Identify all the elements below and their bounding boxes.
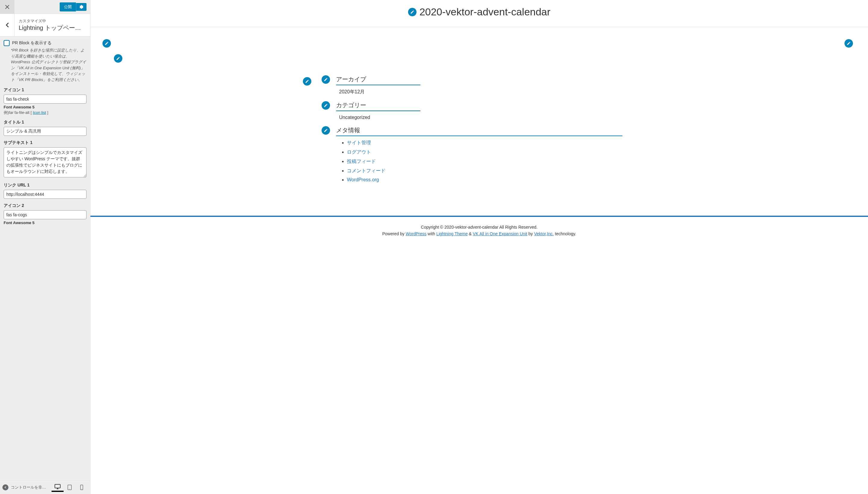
title1-input[interactable] — [4, 127, 87, 136]
publish-settings-button[interactable] — [76, 3, 87, 11]
footer-powered: Powered by WordPress with Lightning Them… — [96, 231, 862, 236]
list-item: WordPress.org — [347, 177, 622, 183]
collapse-label: コントロールを非表示 — [11, 484, 49, 490]
tablet-icon — [68, 484, 72, 490]
device-tablet-button[interactable] — [63, 483, 76, 492]
customizer-sidebar: 公開 カスタマイズ中 Lightning トップページ... PR Block … — [0, 0, 90, 494]
close-icon — [5, 4, 10, 10]
site-title[interactable]: 2020-vektor-advent-calendar — [420, 6, 551, 18]
meta-link[interactable]: コメントフィード — [347, 168, 386, 173]
sidebar-scroll-area[interactable]: PR Block を表示する *PR Block を好きな場所に設定したり、より… — [0, 36, 90, 494]
icon-list-link[interactable]: Icon list — [33, 110, 46, 115]
meta-link[interactable]: 投稿フィード — [347, 159, 376, 164]
sidebar-footer: コントロールを非表示 — [0, 480, 90, 494]
list-item: ログアウト — [347, 149, 622, 155]
font-awesome-label-2: Font Awesome 5 — [4, 221, 87, 225]
sidebar-top-bar: 公開 — [0, 0, 90, 14]
desktop-icon — [55, 484, 60, 490]
link1-label: リンク URL 1 — [4, 183, 87, 188]
pencil-icon — [324, 103, 328, 108]
archive-widget: アーカイブ 2020年12月 — [336, 75, 622, 95]
icon1-example: 例)far fa-file-alt [ Icon list ] — [4, 110, 87, 115]
edit-shortcut-meta[interactable] — [321, 126, 330, 135]
pr-block-checkbox[interactable] — [4, 40, 10, 46]
list-item: コメントフィード — [347, 168, 622, 174]
pencil-icon — [305, 79, 309, 83]
chevron-left-icon — [5, 22, 9, 28]
pencil-icon — [847, 41, 851, 45]
close-button[interactable] — [0, 0, 15, 14]
svg-rect-0 — [55, 484, 60, 488]
pr-block-checkbox-label: PR Block を表示する — [12, 40, 52, 46]
edit-shortcut-title[interactable] — [408, 8, 417, 16]
gear-icon — [79, 5, 84, 9]
subtext1-label: サブテキスト 1 — [4, 140, 87, 146]
edit-shortcut-1[interactable] — [103, 39, 111, 48]
pencil-icon — [116, 56, 120, 60]
device-mobile-button[interactable] — [76, 483, 88, 492]
back-button[interactable] — [0, 14, 15, 36]
edit-shortcut-3[interactable] — [845, 39, 853, 48]
collapse-button[interactable] — [2, 484, 8, 490]
category-widget: カテゴリー Uncategorized — [336, 101, 622, 120]
customize-label: カスタマイズ中 — [19, 18, 86, 24]
section-title: Lightning トップページ... — [19, 24, 86, 32]
site-footer: Copyright © 2020-vektor-advent-calendar … — [90, 217, 868, 244]
archive-title: アーカイブ — [336, 75, 366, 83]
list-item: サイト管理 — [347, 140, 622, 146]
chevron-left-small-icon — [4, 486, 7, 489]
icon1-label: アイコン 1 — [4, 87, 87, 93]
pr-block-help-text: *PR Block を好きな場所に設定したり、より高度な機能を使いたい場合は、W… — [11, 47, 87, 82]
site-header: 2020-vektor-advent-calendar — [90, 0, 868, 27]
icon2-input[interactable] — [4, 210, 87, 219]
edit-shortcut-2[interactable] — [114, 54, 122, 63]
font-awesome-label: Font Awesome 5 — [4, 105, 87, 109]
wordpress-link[interactable]: WordPress — [406, 231, 426, 236]
pencil-icon — [324, 128, 328, 133]
subtext1-textarea[interactable]: ライトニングはシンプルでカスタマイズしやすい WordPress テーマです。抜… — [4, 147, 87, 177]
meta-link[interactable]: サイト管理 — [347, 140, 371, 145]
meta-link[interactable]: WordPress.org — [347, 177, 379, 182]
meta-widget: メタ情報 サイト管理 ログアウト 投稿フィード コメントフィード WordPre… — [336, 126, 622, 183]
mobile-icon — [80, 484, 83, 490]
publish-button[interactable]: 公開 — [60, 2, 76, 12]
edit-shortcut-archive[interactable] — [321, 75, 330, 84]
vk-unit-link[interactable]: VK All in One Expansion Unit — [473, 231, 528, 236]
meta-links-list: サイト管理 ログアウト 投稿フィード コメントフィード WordPress.or… — [336, 140, 622, 183]
vektor-link[interactable]: Vektor,Inc. — [534, 231, 554, 236]
lightning-link[interactable]: Lightning Theme — [437, 231, 468, 236]
edit-shortcut-category[interactable] — [321, 101, 330, 110]
pencil-icon — [410, 10, 414, 14]
icon2-label: アイコン 2 — [4, 203, 87, 208]
section-header: カスタマイズ中 Lightning トップページ... — [0, 14, 90, 36]
icon1-input[interactable] — [4, 95, 87, 103]
preview-pane[interactable]: 2020-vektor-advent-calendar アーカイブ 2020年1… — [90, 0, 868, 494]
list-item: 投稿フィード — [347, 158, 622, 165]
category-item[interactable]: Uncategorized — [336, 115, 622, 120]
edit-shortcut-column[interactable] — [303, 77, 311, 86]
pencil-icon — [105, 41, 109, 45]
meta-link[interactable]: ログアウト — [347, 149, 371, 154]
meta-title: メタ情報 — [336, 126, 360, 134]
category-title: カテゴリー — [336, 101, 366, 109]
pencil-icon — [324, 77, 328, 82]
link1-input[interactable] — [4, 190, 87, 199]
footer-copyright: Copyright © 2020-vektor-advent-calendar … — [96, 225, 862, 230]
svg-point-2 — [69, 489, 70, 490]
archive-item[interactable]: 2020年12月 — [336, 89, 622, 95]
title1-label: タイトル 1 — [4, 119, 87, 125]
svg-point-4 — [81, 489, 82, 489]
device-desktop-button[interactable] — [52, 483, 63, 492]
